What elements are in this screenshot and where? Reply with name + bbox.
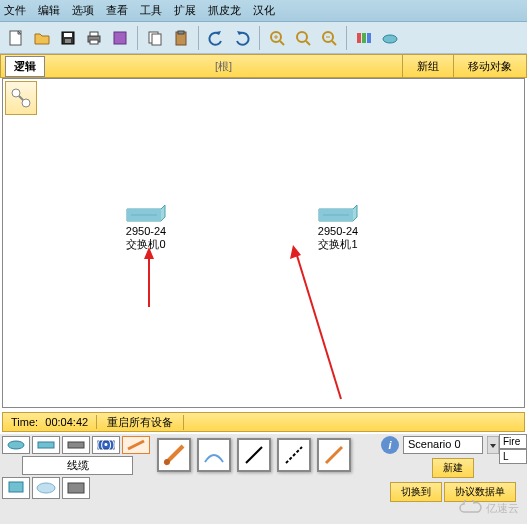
switch-icon: [317, 203, 359, 223]
category-switches[interactable]: [32, 436, 60, 454]
svg-point-25: [12, 89, 20, 97]
device-endpoint[interactable]: [2, 477, 30, 499]
svg-rect-33: [38, 442, 54, 448]
svg-rect-11: [178, 31, 184, 34]
menu-prefs[interactable]: 抓皮龙: [208, 3, 241, 18]
svg-rect-34: [68, 442, 84, 448]
svg-rect-21: [357, 33, 361, 43]
connection-auto[interactable]: [157, 438, 191, 472]
device-category-panel: ((•)) 线缆: [0, 434, 155, 524]
time-bar: Time: 00:04:42 重启所有设备: [2, 412, 525, 432]
new-cluster-button[interactable]: 新组: [402, 55, 453, 77]
connection-tools: [155, 434, 379, 524]
svg-line-17: [306, 41, 310, 45]
scenario-new-button[interactable]: 新建: [432, 458, 474, 478]
device-custom[interactable]: [62, 477, 90, 499]
connection-straight[interactable]: [237, 438, 271, 472]
device-switch1[interactable]: 2950-24 交换机1: [317, 203, 359, 252]
svg-line-43: [326, 447, 342, 463]
bottom-panel: ((•)) 线缆 i Scenario 0 新建 切换到 协议数据单 F: [0, 434, 527, 524]
redo-button[interactable]: [230, 26, 254, 50]
svg-line-19: [332, 41, 336, 45]
svg-rect-22: [362, 33, 366, 43]
menu-bar: 文件 编辑 选项 查看 工具 扩展 抓皮龙 汉化: [0, 0, 527, 22]
scenario-panel: i Scenario 0 新建 切换到 协议数据单 Fire L: [379, 434, 527, 524]
workspace-canvas[interactable]: 2950-24 交换机0 2950-24 交换机1: [2, 78, 525, 408]
svg-line-31: [295, 249, 341, 399]
new-file-button[interactable]: [4, 26, 28, 50]
scenario-switch-button[interactable]: 切换到: [390, 482, 442, 502]
svg-point-16: [297, 32, 307, 42]
undo-button[interactable]: [204, 26, 228, 50]
logical-tab[interactable]: 逻辑: [5, 56, 45, 77]
wizard-button[interactable]: [108, 26, 132, 50]
menu-file[interactable]: 文件: [4, 3, 26, 18]
root-breadcrumb[interactable]: [根]: [45, 59, 402, 74]
info-button[interactable]: i: [381, 436, 399, 454]
svg-rect-23: [367, 33, 371, 43]
svg-line-41: [246, 447, 262, 463]
copy-button[interactable]: [143, 26, 167, 50]
svg-point-38: [37, 483, 55, 493]
save-button[interactable]: [56, 26, 80, 50]
navigation-tool[interactable]: [5, 81, 37, 115]
connection-console[interactable]: [197, 438, 231, 472]
move-object-button[interactable]: 移动对象: [453, 55, 526, 77]
svg-rect-3: [65, 39, 71, 43]
svg-line-13: [280, 41, 284, 45]
menu-options[interactable]: 选项: [72, 3, 94, 18]
device-cloud[interactable]: [32, 477, 60, 499]
zoom-out-button[interactable]: [317, 26, 341, 50]
annotation-arrows: [37, 79, 527, 409]
zoom-reset-button[interactable]: [291, 26, 315, 50]
svg-point-26: [22, 99, 30, 107]
device-name-label: 交换机1: [317, 237, 359, 252]
category-label: 线缆: [22, 456, 133, 475]
svg-rect-7: [114, 32, 126, 44]
device-switch0[interactable]: 2950-24 交换机0: [125, 203, 167, 252]
la-column-header: L: [499, 449, 527, 464]
palette-button[interactable]: [352, 26, 376, 50]
device-name-label: 交换机0: [125, 237, 167, 252]
svg-rect-5: [90, 32, 98, 36]
svg-rect-6: [90, 40, 98, 44]
svg-line-42: [286, 447, 302, 463]
scenario-pdu-list-button[interactable]: 协议数据单: [444, 482, 516, 502]
svg-rect-9: [152, 34, 161, 45]
category-hubs[interactable]: [62, 436, 90, 454]
dropdown-icon[interactable]: [487, 436, 499, 454]
svg-rect-37: [9, 482, 23, 492]
svg-text:((•)): ((•)): [97, 439, 116, 450]
logical-toolbar: 逻辑 [根] 新组 移动对象: [0, 54, 527, 78]
switch-icon: [125, 203, 167, 223]
main-toolbar: [0, 22, 527, 54]
svg-point-24: [383, 35, 397, 43]
menu-extensions[interactable]: 扩展: [174, 3, 196, 18]
category-connections[interactable]: [122, 436, 150, 454]
menu-edit[interactable]: 编辑: [38, 3, 60, 18]
menu-view[interactable]: 查看: [106, 3, 128, 18]
simulation-time: Time: 00:04:42: [3, 415, 97, 429]
open-file-button[interactable]: [30, 26, 54, 50]
menu-locale[interactable]: 汉化: [253, 3, 275, 18]
zoom-in-button[interactable]: [265, 26, 289, 50]
print-button[interactable]: [82, 26, 106, 50]
svg-line-27: [19, 96, 23, 100]
device-model-label: 2950-24: [125, 225, 167, 237]
svg-point-32: [8, 441, 24, 449]
menu-tools[interactable]: 工具: [140, 3, 162, 18]
fire-column-header: Fire: [499, 434, 527, 449]
custom-device-button[interactable]: [378, 26, 402, 50]
connection-crossover[interactable]: [277, 438, 311, 472]
svg-rect-2: [64, 33, 72, 37]
svg-point-40: [164, 459, 170, 465]
paste-button[interactable]: [169, 26, 193, 50]
category-wireless[interactable]: ((•)): [92, 436, 120, 454]
reset-devices-button[interactable]: 重启所有设备: [97, 415, 184, 430]
svg-rect-39: [68, 483, 84, 493]
category-routers[interactable]: [2, 436, 30, 454]
connection-fiber[interactable]: [317, 438, 351, 472]
device-model-label: 2950-24: [317, 225, 359, 237]
scenario-select[interactable]: Scenario 0: [403, 436, 483, 454]
